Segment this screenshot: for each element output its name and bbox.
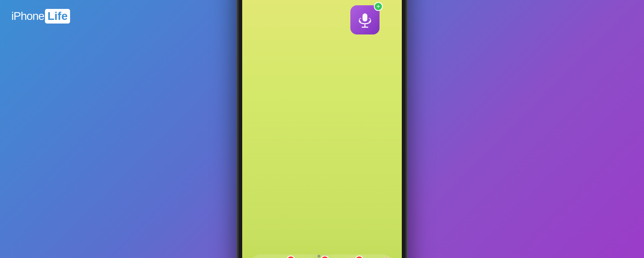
power-button	[406, 0, 407, 29]
svg-rect-11	[363, 13, 367, 22]
logo-iphone-text: iPhone	[11, 10, 44, 23]
phone-screen: − gusto wallet Gusto Wallet −	[242, 0, 402, 258]
remove-badge-phone[interactable]: −	[320, 256, 329, 258]
phone-device: − gusto wallet Gusto Wallet −	[237, 0, 407, 258]
volume-up-button	[237, 0, 238, 4]
podcasts-area[interactable]: +	[350, 5, 380, 34]
volume-down-button	[237, 11, 238, 27]
brand-logo: iPhone Life	[11, 9, 70, 24]
phone-frame: − gusto wallet Gusto Wallet −	[237, 0, 407, 258]
dock: − −	[249, 254, 395, 258]
remove-badge-notes[interactable]: −	[286, 256, 295, 258]
logo-life-text: Life	[45, 9, 70, 24]
add-badge-podcasts[interactable]: +	[374, 2, 383, 11]
remove-badge-messages[interactable]: −	[355, 256, 364, 258]
